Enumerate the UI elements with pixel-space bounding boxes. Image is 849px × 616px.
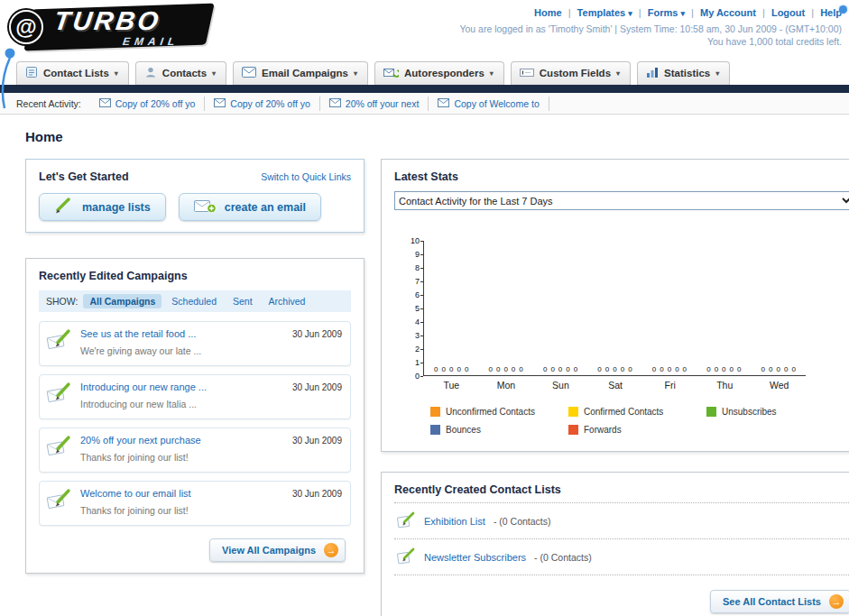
- chart-value-label: 0: [512, 366, 515, 373]
- filter-sent[interactable]: Sent: [226, 294, 259, 308]
- contact-list-item: Newsletter Subscribers - (0 Contacts): [394, 539, 849, 575]
- chart-value-label: 0: [489, 366, 493, 373]
- chart-value-label: 0: [465, 366, 468, 373]
- x-axis-label: Thu: [697, 380, 752, 391]
- chart-value-label: 0: [442, 366, 446, 373]
- chart-value-label: 0: [550, 366, 554, 373]
- see-all-contact-lists-label: See All Contact Lists: [723, 596, 821, 607]
- chevron-down-icon: ▾: [115, 69, 118, 78]
- campaign-row[interactable]: 20% off your next purchase Thanks for jo…: [39, 428, 351, 473]
- tab-statistics[interactable]: Statistics ▾: [637, 61, 730, 85]
- chart-value-label: 0: [449, 366, 453, 373]
- app-logo[interactable]: @ TURBO EMAIL: [7, 5, 233, 53]
- contact-activity-chart: 109876543210 000000000000000000000000000…: [407, 241, 849, 435]
- annotation-dot: [839, 5, 847, 14]
- tab-contacts[interactable]: Contacts ▾: [135, 61, 226, 85]
- separator: |: [568, 7, 571, 18]
- stats-period-select[interactable]: Contact Activity for the Last 7 Days: [394, 191, 849, 210]
- tab-autoresponders[interactable]: Autoresponders ▾: [374, 61, 504, 85]
- legend-label: Bounces: [446, 425, 481, 435]
- logo-text: TURBO: [52, 6, 163, 36]
- nav-link-home[interactable]: Home: [534, 7, 562, 18]
- chart-value-label: 0: [519, 366, 522, 373]
- legend-item: Confirmed Contacts: [568, 407, 706, 417]
- legend-label: Confirmed Contacts: [584, 407, 663, 417]
- tab-email-campaigns[interactable]: Email Campaigns ▾: [233, 61, 368, 85]
- x-axis-label: Wed: [752, 380, 807, 391]
- nav-link-logout[interactable]: Logout: [771, 7, 805, 18]
- create-email-button[interactable]: create an email: [179, 193, 321, 221]
- nav-link-my-account[interactable]: My Account: [700, 7, 756, 18]
- contacts-icon: [144, 66, 157, 80]
- legend-swatch: [568, 407, 578, 417]
- chevron-down-icon: ▾: [628, 9, 632, 18]
- statistics-icon: [646, 67, 659, 80]
- switch-to-quick-links[interactable]: Switch to Quick Links: [261, 171, 351, 182]
- separator: |: [691, 7, 694, 18]
- recent-activity-item: Copy of 20% off yo: [205, 97, 320, 111]
- edit-envelope-icon: [46, 435, 73, 461]
- chart-value-label: 0: [675, 366, 678, 373]
- header: @ TURBO EMAIL Home | Templates ▾ | Forms…: [0, 0, 849, 58]
- contact-list-link[interactable]: Exhibition List: [424, 516, 485, 527]
- chart-day-group: 00000: [587, 241, 641, 375]
- tab-contact-lists[interactable]: Contact Lists ▾: [16, 61, 129, 85]
- recent-activity-link[interactable]: Copy of 20% off yo: [115, 98, 196, 109]
- manage-lists-button[interactable]: manage lists: [39, 193, 166, 221]
- campaign-row[interactable]: Introducing our new range ... Introducin…: [39, 374, 351, 419]
- campaign-title-link[interactable]: Welcome to our email list: [80, 488, 285, 499]
- filter-all-campaigns[interactable]: All Campaigns: [83, 294, 161, 308]
- filter-scheduled[interactable]: Scheduled: [165, 294, 223, 308]
- arrow-right-icon: →: [829, 594, 844, 609]
- nav-link-forms[interactable]: Forms ▾: [648, 7, 685, 18]
- envelope-icon: [438, 98, 449, 109]
- tab-custom-fields[interactable]: Custom Fields ▾: [511, 61, 631, 85]
- campaign-subtitle: Introducing our new Italia ...: [80, 399, 197, 409]
- chart-value-label: 0: [683, 366, 687, 373]
- envelope-icon: [99, 98, 111, 109]
- contact-list-detail: - (0 Contacts): [534, 552, 592, 563]
- legend-item: Unconfirmed Contacts: [430, 407, 568, 417]
- chart-value-label: 0: [605, 366, 609, 373]
- campaign-title-link[interactable]: Introducing our new range ...: [80, 382, 285, 392]
- login-info: You are logged in as 'Timothy Smith' | S…: [459, 23, 842, 34]
- tab-label: Contacts: [162, 68, 207, 78]
- campaign-title-link[interactable]: 20% off your next purchase: [80, 435, 285, 446]
- tab-label: Statistics: [664, 68, 710, 78]
- contact-list-link[interactable]: Newsletter Subscribers: [424, 552, 526, 563]
- campaign-date: 30 Jun 2009: [292, 328, 342, 339]
- see-all-contact-lists-button[interactable]: See All Contact Lists →: [710, 590, 849, 613]
- chart-value-label: 0: [613, 366, 616, 373]
- chart-value-label: 0: [761, 366, 765, 373]
- arrow-right-icon: →: [324, 543, 338, 557]
- chevron-down-icon: ▾: [616, 69, 620, 78]
- legend-label: Forwards: [584, 425, 622, 435]
- recent-activity-item: Copy of 20% off yo: [90, 97, 206, 111]
- x-axis-label: Sat: [588, 380, 643, 391]
- campaign-row[interactable]: Welcome to our email list Thanks for joi…: [39, 481, 351, 526]
- campaign-row[interactable]: See us at the retail food ... We're givi…: [39, 321, 351, 366]
- chart-value-label: 0: [737, 366, 741, 373]
- separator: |: [811, 7, 814, 18]
- contact-list-detail: - (0 Contacts): [494, 516, 551, 527]
- legend-label: Unconfirmed Contacts: [446, 407, 535, 417]
- recent-activity-link[interactable]: 20% off your next: [346, 98, 420, 109]
- recent-activity-link[interactable]: Copy of Welcome to: [454, 98, 539, 109]
- campaign-texts: See us at the retail food ... We're givi…: [80, 328, 285, 358]
- legend-label: Unsubscribes: [722, 407, 777, 417]
- recent-activity-link[interactable]: Copy of 20% off yo: [230, 98, 310, 109]
- recent-activity-item: 20% off your next: [320, 97, 429, 111]
- view-all-campaigns-button[interactable]: View All Campaigns →: [209, 538, 346, 562]
- x-axis-label: Fri: [642, 380, 697, 391]
- campaign-title-link[interactable]: See us at the retail food ...: [80, 328, 285, 339]
- contact-lists-icon: [25, 66, 38, 80]
- filter-archived[interactable]: Archived: [263, 294, 312, 308]
- edit-envelope-icon: [46, 382, 73, 408]
- right-column: Latest Stats Contact Activity for the La…: [381, 159, 849, 616]
- tab-label: Email Campaigns: [262, 68, 348, 78]
- campaign-subtitle: Thanks for joining our list!: [80, 505, 189, 516]
- contact-lists-title: Recently Created Contact Lists: [394, 483, 849, 503]
- nav-link-templates[interactable]: Templates ▾: [577, 7, 632, 18]
- campaign-date: 30 Jun 2009: [292, 488, 342, 499]
- chart-value-label: 0: [628, 366, 632, 373]
